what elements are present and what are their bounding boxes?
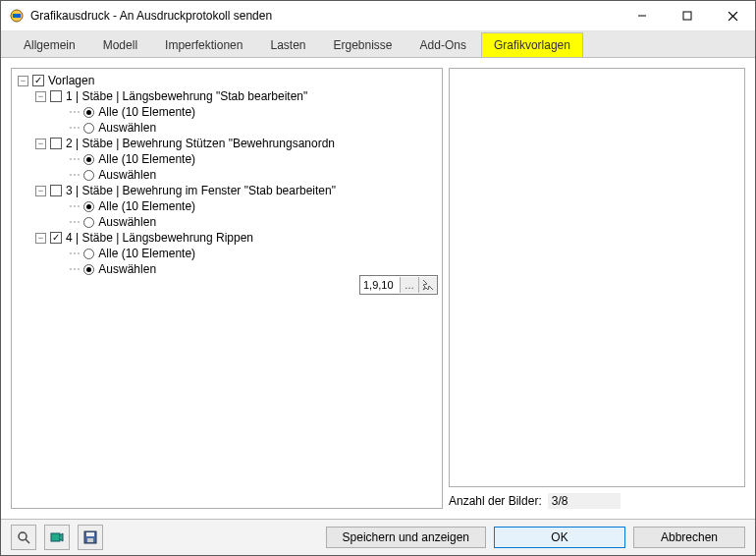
save-icon bbox=[83, 530, 97, 544]
right-pane: Anzahl der Bilder: 3/8 bbox=[449, 68, 745, 509]
radio-alle-2[interactable] bbox=[83, 154, 94, 165]
tree-option[interactable]: ⋯ Alle (10 Elemente) bbox=[14, 151, 440, 167]
preview-box bbox=[449, 68, 745, 487]
tree-root-label: Vorlagen bbox=[48, 73, 94, 88]
save-and-show-button[interactable]: Speichern und anzeigen bbox=[326, 527, 486, 548]
tree-line: ⋯ bbox=[69, 261, 81, 277]
tree-item[interactable]: − 2 | Stäbe | Bewehrung Stützen "Bewehru… bbox=[14, 136, 440, 151]
window-buttons bbox=[620, 1, 755, 30]
dialog-window: Grafikausdruck - An Ausdruckprotokoll se… bbox=[0, 0, 756, 556]
tab-imperfektionen[interactable]: Imperfektionen bbox=[152, 32, 255, 57]
tree-option-label: Auswählen bbox=[98, 261, 156, 277]
tree-line: ⋯ bbox=[69, 246, 81, 261]
svg-rect-10 bbox=[86, 532, 94, 536]
tree-option[interactable]: ⋯ Alle (10 Elemente) bbox=[14, 104, 440, 120]
search-icon bbox=[17, 530, 30, 544]
tree-option[interactable]: ⋯ Auswählen bbox=[14, 214, 440, 230]
footer: Speichern und anzeigen OK Abbrechen bbox=[1, 519, 755, 555]
tab-ergebnisse[interactable]: Ergebnisse bbox=[320, 32, 405, 57]
tab-bar: Allgemein Modell Imperfektionen Lasten E… bbox=[1, 31, 755, 58]
tab-modell[interactable]: Modell bbox=[90, 32, 150, 57]
selection-pick-button[interactable] bbox=[418, 277, 437, 293]
tree-option-label: Auswählen bbox=[98, 120, 156, 136]
tab-lasten[interactable]: Lasten bbox=[257, 32, 318, 57]
radio-auswaehlen-1[interactable] bbox=[83, 123, 94, 134]
radio-auswaehlen-4[interactable] bbox=[83, 264, 94, 275]
image-count-value: 3/8 bbox=[548, 493, 621, 509]
close-button[interactable] bbox=[710, 1, 755, 30]
maximize-button[interactable] bbox=[665, 1, 710, 30]
expander-icon[interactable]: − bbox=[35, 233, 46, 244]
quickview-button[interactable] bbox=[44, 525, 70, 550]
tree-option[interactable]: ⋯ Alle (10 Elemente) bbox=[14, 198, 440, 214]
quickview-icon bbox=[50, 530, 64, 544]
tree-option[interactable]: ⋯ Auswählen bbox=[14, 167, 440, 183]
expander-icon[interactable]: − bbox=[18, 76, 28, 86]
radio-alle-1[interactable] bbox=[83, 107, 94, 118]
checkbox-item-1[interactable] bbox=[50, 90, 62, 102]
expander-icon[interactable]: − bbox=[35, 91, 46, 102]
tree-option-label: Alle (10 Elemente) bbox=[98, 151, 195, 167]
tree-option-label: Alle (10 Elemente) bbox=[98, 198, 195, 214]
tree-item-label: 2 | Stäbe | Bewehrung Stützen "Bewehrung… bbox=[66, 136, 335, 151]
radio-auswaehlen-2[interactable] bbox=[83, 170, 94, 181]
tree-option-label: Alle (10 Elemente) bbox=[98, 246, 195, 261]
radio-alle-4[interactable] bbox=[83, 249, 94, 259]
image-count-label: Anzahl der Bilder: bbox=[449, 494, 542, 508]
tree-line: ⋯ bbox=[69, 151, 81, 167]
tree-root[interactable]: − Vorlagen bbox=[14, 73, 440, 88]
tree-item-label: 1 | Stäbe | Längsbewehrung "Stab bearbei… bbox=[66, 88, 307, 104]
tree-item[interactable]: − 1 | Stäbe | Längsbewehrung "Stab bearb… bbox=[14, 88, 440, 104]
tree-line: ⋯ bbox=[69, 214, 81, 230]
search-button[interactable] bbox=[11, 525, 36, 550]
expander-icon[interactable]: − bbox=[35, 139, 46, 149]
svg-line-7 bbox=[26, 539, 29, 543]
left-pane: − Vorlagen − 1 | Stäbe | Längsbewehrung … bbox=[11, 68, 443, 509]
titlebar: Grafikausdruck - An Ausdruckprotokoll se… bbox=[1, 1, 755, 31]
svg-point-6 bbox=[19, 532, 27, 540]
template-tree[interactable]: − Vorlagen − 1 | Stäbe | Längsbewehrung … bbox=[11, 68, 443, 509]
tree-option-label: Auswählen bbox=[98, 167, 156, 183]
checkbox-root[interactable] bbox=[32, 75, 44, 86]
selection-input[interactable]: 1,9,10 bbox=[360, 279, 400, 291]
ok-button[interactable]: OK bbox=[494, 527, 625, 548]
checkbox-item-4[interactable] bbox=[50, 232, 62, 244]
tree-item[interactable]: − 3 | Stäbe | Bewehrung im Fenster "Stab… bbox=[14, 183, 440, 198]
tab-addons[interactable]: Add-Ons bbox=[407, 32, 479, 57]
tree-option-label: Auswählen bbox=[98, 214, 156, 230]
cancel-button[interactable]: Abbrechen bbox=[633, 527, 745, 548]
radio-alle-3[interactable] bbox=[83, 201, 94, 212]
checkbox-item-2[interactable] bbox=[50, 138, 62, 149]
tree-line: ⋯ bbox=[69, 104, 81, 120]
checkbox-item-3[interactable] bbox=[50, 185, 62, 196]
image-count-row: Anzahl der Bilder: 3/8 bbox=[449, 493, 745, 509]
tree-item-label: 4 | Stäbe | Längsbewehrung Rippen bbox=[66, 230, 253, 246]
svg-rect-11 bbox=[87, 538, 93, 542]
tree-option-label: Alle (10 Elemente) bbox=[98, 104, 195, 120]
tree-option[interactable]: ⋯ Auswählen bbox=[14, 120, 440, 136]
svg-rect-1 bbox=[13, 14, 21, 18]
window-title: Grafikausdruck - An Ausdruckprotokoll se… bbox=[30, 9, 620, 23]
expander-icon[interactable]: − bbox=[35, 186, 46, 196]
tree-line: ⋯ bbox=[69, 198, 81, 214]
app-icon bbox=[9, 8, 25, 24]
tree-item-label: 3 | Stäbe | Bewehrung im Fenster "Stab b… bbox=[66, 183, 336, 198]
save-button[interactable] bbox=[78, 525, 103, 550]
tab-grafikvorlagen[interactable]: Grafikvorlagen bbox=[481, 32, 583, 57]
radio-auswaehlen-3[interactable] bbox=[83, 217, 94, 228]
selection-browse-button[interactable]: … bbox=[400, 277, 418, 293]
tree-item[interactable]: − 4 | Stäbe | Längsbewehrung Rippen bbox=[14, 230, 440, 246]
tree-line: ⋯ bbox=[69, 167, 81, 183]
svg-rect-8 bbox=[51, 533, 60, 541]
tree-line: ⋯ bbox=[69, 120, 81, 136]
tab-allgemein[interactable]: Allgemein bbox=[11, 32, 88, 57]
svg-rect-3 bbox=[683, 12, 691, 20]
content-area: − Vorlagen − 1 | Stäbe | Längsbewehrung … bbox=[1, 58, 755, 519]
tree-option[interactable]: ⋯ Alle (10 Elemente) bbox=[14, 246, 440, 261]
selection-input-group: 1,9,10 … bbox=[359, 275, 438, 295]
minimize-button[interactable] bbox=[620, 1, 665, 30]
